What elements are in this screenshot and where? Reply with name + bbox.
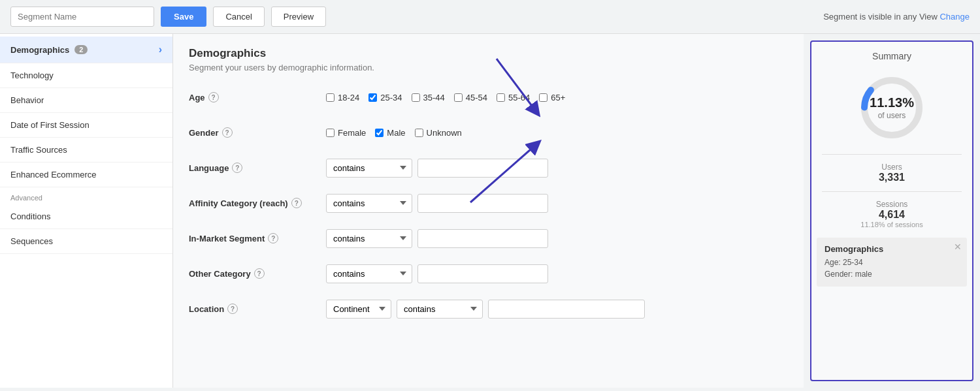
cancel-button[interactable]: Cancel bbox=[213, 7, 264, 27]
age-checkboxes: 18-24 25-34 35-44 45-54 55-64 65+ bbox=[326, 93, 565, 102]
language-row: Language ? contains exactly matches begi… bbox=[189, 156, 788, 180]
age-checkbox-45-54[interactable] bbox=[454, 93, 463, 102]
donut-percent: 11.13% bbox=[870, 95, 914, 110]
age-checkbox-65plus[interactable] bbox=[539, 93, 547, 102]
donut-of-users: of users bbox=[878, 111, 906, 120]
preview-button[interactable]: Preview bbox=[271, 7, 326, 27]
age-option-25-34[interactable]: 25-34 bbox=[368, 93, 402, 102]
othercategory-contains-select[interactable]: contains exactly matches begins with end… bbox=[326, 264, 412, 283]
gender-option-female[interactable]: Female bbox=[326, 128, 366, 138]
othercategory-row: Other Category ? contains exactly matche… bbox=[189, 262, 788, 285]
location-row: Location ? Continent Country Region City… bbox=[189, 297, 788, 321]
language-contains-select[interactable]: contains exactly matches begins with end… bbox=[326, 159, 412, 178]
sidebar-arrow-demographics: › bbox=[159, 44, 162, 55]
sidebar-item-sequences[interactable]: Sequences bbox=[0, 229, 172, 254]
sidebar-item-technology[interactable]: Technology bbox=[0, 63, 172, 88]
othercategory-label: Other Category ? bbox=[189, 268, 326, 279]
sidebar: Demographics 2 › Technology Behavior Dat… bbox=[0, 34, 173, 388]
sidebar-item-label: Behavior bbox=[10, 95, 44, 105]
summary-divider-2 bbox=[822, 191, 962, 192]
summary-segment-detail: Age: 25-34 Gender: male bbox=[825, 257, 959, 280]
location-text-input[interactable] bbox=[488, 300, 645, 319]
summary-users-stat: Users 3,331 bbox=[811, 160, 972, 186]
sidebar-item-label: Date of First Session bbox=[10, 120, 90, 130]
sidebar-item-label: Technology bbox=[10, 70, 54, 80]
location-type-select[interactable]: Continent Country Region City bbox=[326, 300, 391, 319]
summary-panel: Summary 11.13% of users Users 3,331 Sess… bbox=[810, 40, 973, 381]
othercategory-controls: contains exactly matches begins with end… bbox=[326, 264, 548, 283]
sidebar-item-conditions[interactable]: Conditions bbox=[0, 204, 172, 229]
gender-row: Gender ? Female Male Unknown bbox=[189, 121, 788, 144]
gender-checkbox-female[interactable] bbox=[326, 129, 335, 137]
segment-visible-text: Segment is visible in any View Change bbox=[823, 12, 970, 22]
age-checkbox-25-34[interactable] bbox=[368, 93, 377, 102]
donut-center: 11.13% of users bbox=[870, 95, 914, 120]
top-bar: Save Cancel Preview Segment is visible i… bbox=[0, 0, 980, 34]
sidebar-item-demographics[interactable]: Demographics 2 › bbox=[0, 37, 172, 63]
location-controls: Continent Country Region City contains e… bbox=[326, 300, 645, 319]
sidebar-item-label: Conditions bbox=[10, 211, 50, 221]
sidebar-badge-demographics: 2 bbox=[74, 45, 88, 54]
sidebar-item-label: Traffic Sources bbox=[10, 145, 67, 155]
affinity-contains-select[interactable]: contains exactly matches begins with end… bbox=[326, 194, 412, 213]
inmarket-row: In-Market Segment ? contains exactly mat… bbox=[189, 227, 788, 250]
summary-users-value: 3,331 bbox=[811, 172, 972, 183]
inmarket-contains-select[interactable]: contains exactly matches begins with end… bbox=[326, 229, 412, 248]
age-option-45-54[interactable]: 45-54 bbox=[454, 93, 487, 102]
gender-help-icon[interactable]: ? bbox=[222, 127, 233, 138]
age-option-35-44[interactable]: 35-44 bbox=[412, 93, 445, 102]
gender-option-male[interactable]: Male bbox=[375, 128, 405, 138]
language-help-icon[interactable]: ? bbox=[232, 163, 242, 173]
summary-sessions-value: 4,614 bbox=[811, 209, 972, 221]
gender-label: Gender ? bbox=[189, 127, 326, 138]
gender-checkbox-male[interactable] bbox=[375, 129, 384, 137]
age-checkbox-55-64[interactable] bbox=[497, 93, 505, 102]
gender-checkboxes: Female Male Unknown bbox=[326, 128, 462, 138]
location-label: Location ? bbox=[189, 304, 326, 314]
age-checkbox-35-44[interactable] bbox=[412, 93, 420, 102]
sidebar-item-label: Enhanced Ecommerce bbox=[10, 170, 97, 180]
age-checkbox-18-24[interactable] bbox=[326, 93, 335, 102]
inmarket-help-icon[interactable]: ? bbox=[268, 233, 278, 243]
content-title: Demographics bbox=[189, 47, 788, 60]
sidebar-item-date-of-first-session[interactable]: Date of First Session bbox=[0, 113, 172, 138]
sidebar-advanced-label: Advanced bbox=[0, 187, 172, 204]
sidebar-item-label: Demographics bbox=[10, 45, 69, 55]
othercategory-text-input[interactable] bbox=[417, 264, 548, 283]
change-link[interactable]: Change bbox=[939, 12, 970, 22]
age-label: Age ? bbox=[189, 92, 326, 102]
affinity-label: Affinity Category (reach) ? bbox=[189, 198, 326, 208]
affinity-controls: contains exactly matches begins with end… bbox=[326, 194, 548, 213]
affinity-text-input[interactable] bbox=[417, 194, 548, 213]
age-row: Age ? 18-24 25-34 35-44 45-54 55-64 bbox=[189, 86, 788, 109]
content-subtitle: Segment your users by demographic inform… bbox=[189, 63, 788, 72]
content-area: Demographics Segment your users by demog… bbox=[173, 34, 804, 388]
language-label: Language ? bbox=[189, 163, 326, 173]
sidebar-item-behavior[interactable]: Behavior bbox=[0, 88, 172, 113]
affinity-row: Affinity Category (reach) ? contains exa… bbox=[189, 191, 788, 215]
othercategory-help-icon[interactable]: ? bbox=[254, 268, 265, 279]
location-help-icon[interactable]: ? bbox=[227, 304, 238, 314]
inmarket-text-input[interactable] bbox=[417, 229, 548, 248]
age-option-55-64[interactable]: 55-64 bbox=[497, 93, 530, 102]
age-option-18-24[interactable]: 18-24 bbox=[326, 93, 359, 102]
gender-option-unknown[interactable]: Unknown bbox=[415, 128, 462, 138]
age-option-65plus[interactable]: 65+ bbox=[539, 93, 565, 102]
language-text-input[interactable] bbox=[417, 159, 548, 178]
affinity-help-icon[interactable]: ? bbox=[291, 198, 302, 208]
summary-segment-title: Demographics bbox=[825, 244, 959, 254]
inmarket-label: In-Market Segment ? bbox=[189, 233, 326, 243]
age-help-icon[interactable]: ? bbox=[208, 92, 219, 102]
save-button[interactable]: Save bbox=[161, 7, 206, 27]
segment-name-input[interactable] bbox=[10, 7, 154, 27]
sidebar-item-enhanced-ecommerce[interactable]: Enhanced Ecommerce bbox=[0, 163, 172, 187]
summary-sessions-stat: Sessions 4,614 11.18% of sessions bbox=[811, 197, 972, 231]
close-icon[interactable]: ✕ bbox=[954, 242, 962, 252]
sidebar-item-traffic-sources[interactable]: Traffic Sources bbox=[0, 138, 172, 163]
summary-divider-1 bbox=[822, 154, 962, 155]
location-contains-select[interactable]: contains exactly matches begins with end… bbox=[397, 300, 483, 319]
main-layout: Demographics 2 › Technology Behavior Dat… bbox=[0, 34, 980, 388]
gender-checkbox-unknown[interactable] bbox=[415, 129, 423, 137]
inmarket-controls: contains exactly matches begins with end… bbox=[326, 229, 548, 248]
summary-sessions-sub: 11.18% of sessions bbox=[811, 221, 972, 228]
